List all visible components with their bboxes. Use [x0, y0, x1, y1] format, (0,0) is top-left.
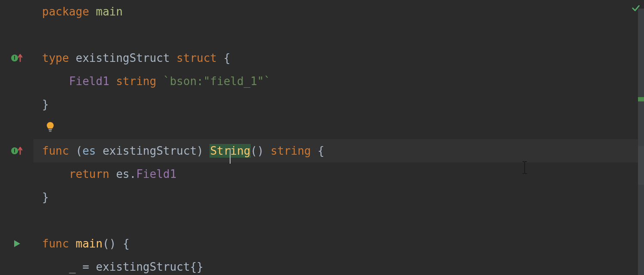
brace: { — [123, 237, 130, 250]
svg-text:I: I — [14, 148, 15, 154]
parens: () — [250, 144, 264, 157]
brace: } — [42, 191, 49, 204]
return-type: string — [270, 144, 311, 157]
gutter: I I — [0, 0, 33, 275]
equals: = — [82, 260, 89, 273]
brace: } — [42, 98, 49, 111]
svg-text:I: I — [14, 55, 15, 61]
keyword-func: func — [42, 144, 69, 157]
brace: { — [318, 144, 325, 157]
func-name: main — [76, 237, 103, 250]
gutter-implements-icon[interactable]: I — [0, 139, 33, 162]
braces-literal: {} — [190, 260, 203, 273]
code-editor[interactable]: I I — [0, 0, 644, 275]
keyword-package: package — [42, 5, 89, 18]
keyword-struct: struct — [176, 52, 217, 64]
gutter-implements-icon[interactable]: I — [0, 46, 33, 70]
receiver-name: es — [82, 144, 96, 157]
code-line[interactable]: package main — [42, 0, 644, 23]
intention-bulb-icon[interactable] — [46, 121, 55, 136]
svg-rect-5 — [49, 131, 52, 132]
code-line[interactable]: } — [42, 186, 644, 209]
inspection-ok-icon[interactable] — [631, 3, 641, 15]
code-area[interactable]: package main type existingStruct struct … — [33, 0, 644, 275]
code-content[interactable]: package main type existingStruct struct … — [42, 0, 644, 275]
code-line[interactable]: func main() { — [42, 232, 644, 255]
field-ref: Field1 — [136, 168, 176, 180]
code-line[interactable]: Field1 string `bson:"field_1"` — [42, 70, 644, 93]
text-cursor-icon — [521, 161, 528, 177]
text-caret — [230, 148, 231, 164]
code-line-blank[interactable] — [42, 209, 644, 232]
dot: . — [130, 168, 137, 180]
code-line[interactable]: _ = existingStruct{} — [42, 255, 644, 275]
code-line-current[interactable]: func (es existingStruct) String() string… — [42, 139, 644, 162]
paren: ( — [76, 144, 82, 157]
blank-ident: _ — [69, 260, 76, 273]
marker-change[interactable] — [638, 97, 644, 101]
code-line[interactable]: return es.Field1 — [42, 162, 644, 186]
indent — [42, 75, 69, 88]
type-name: existingStruct — [76, 52, 170, 64]
svg-rect-4 — [49, 129, 52, 130]
method-name: String — [210, 144, 250, 157]
error-stripe[interactable] — [638, 9, 644, 275]
type-string: string — [116, 75, 156, 88]
gutter-run-icon[interactable] — [0, 232, 33, 255]
indent — [42, 168, 69, 180]
receiver-ref: es — [116, 168, 129, 180]
code-line-blank[interactable] — [42, 116, 644, 139]
receiver-type: existingStruct — [103, 144, 197, 157]
keyword-type: type — [42, 52, 69, 64]
struct-tag: `bson:"field_1"` — [163, 75, 270, 88]
parens: () — [103, 237, 116, 250]
paren: ) — [197, 144, 204, 157]
indent — [42, 260, 69, 273]
brace: { — [224, 52, 231, 64]
keyword-return: return — [69, 168, 109, 180]
code-line[interactable]: type existingStruct struct { — [42, 46, 644, 70]
package-name: main — [96, 5, 123, 18]
keyword-func: func — [42, 237, 69, 250]
type-ref: existingStruct — [96, 260, 190, 273]
scrollbar-thumb[interactable] — [638, 146, 644, 185]
field-name: Field1 — [69, 75, 109, 88]
code-line[interactable]: } — [42, 93, 644, 116]
code-line-blank[interactable] — [42, 23, 644, 46]
